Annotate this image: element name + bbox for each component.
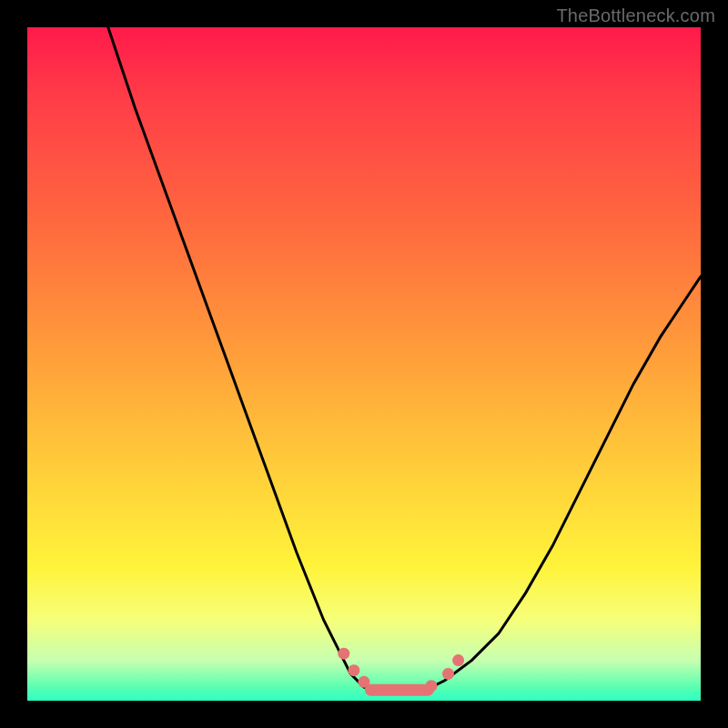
data-marker: [348, 664, 359, 676]
bottleneck-curve: [27, 27, 701, 701]
gradient-plot-area: [27, 27, 701, 701]
data-marker: [452, 654, 464, 666]
data-marker: [426, 680, 438, 692]
bottleneck-curve-path: [108, 27, 701, 691]
chart-frame: TheBottleneck.com: [0, 0, 728, 728]
data-marker: [359, 676, 370, 688]
attribution-label: TheBottleneck.com: [556, 5, 715, 26]
data-marker: [442, 668, 454, 680]
data-marker: [338, 648, 349, 660]
